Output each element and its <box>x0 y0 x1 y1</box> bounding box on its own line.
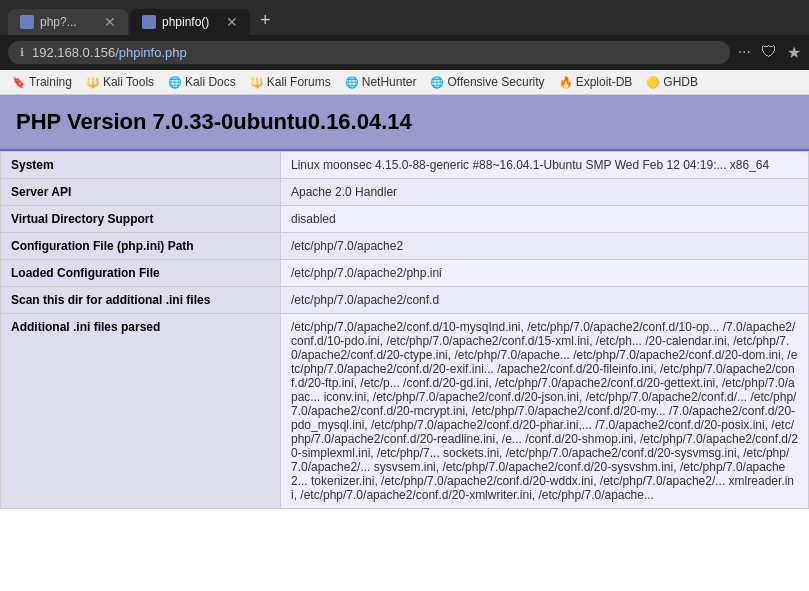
bookmark-icon-offensive-security: 🌐 <box>430 76 444 89</box>
browser-chrome: php?... ✕ phpinfo() ✕ + <box>0 0 809 35</box>
php-header: PHP Version 7.0.33-0ubuntu0.16.04.14 <box>0 95 809 151</box>
table-row: Server APIApache 2.0 Handler <box>1 179 809 206</box>
bookmark-label-nethunter: NetHunter <box>362 75 417 89</box>
php-info-table: SystemLinux moonsec 4.15.0-88-generic #8… <box>0 151 809 509</box>
php-version-title: PHP Version 7.0.33-0ubuntu0.16.04.14 <box>16 109 793 135</box>
bookmark-label-kali-tools: Kali Tools <box>103 75 154 89</box>
bookmark-icon-kali-tools: 🔱 <box>86 76 100 89</box>
table-cell-value: /etc/php/7.0/apache2/conf.d <box>281 287 809 314</box>
bookmark-label-ghdb: GHDB <box>663 75 698 89</box>
tabs-row: php?... ✕ phpinfo() ✕ + <box>8 6 801 35</box>
table-row: Scan this dir for additional .ini files/… <box>1 287 809 314</box>
table-cell-key: Virtual Directory Support <box>1 206 281 233</box>
browser-toolbar-icons: ··· 🛡 ★ <box>738 43 801 62</box>
bookmark-icon-kali-docs: 🌐 <box>168 76 182 89</box>
table-row: Configuration File (php.ini) Path/etc/ph… <box>1 233 809 260</box>
address-bar-input[interactable]: ℹ 192.168.0.156/phpinfo.php <box>8 41 730 64</box>
tab-inactive[interactable]: php?... ✕ <box>8 9 128 35</box>
table-cell-value: /etc/php/7.0/apache2/php.ini <box>281 260 809 287</box>
page-content: PHP Version 7.0.33-0ubuntu0.16.04.14 Sys… <box>0 95 809 509</box>
table-row: Virtual Directory Supportdisabled <box>1 206 809 233</box>
tab-title-active: phpinfo() <box>162 15 220 29</box>
shield-icon[interactable]: 🛡 <box>761 43 777 62</box>
bookmark-label-offensive-security: Offensive Security <box>447 75 544 89</box>
table-cell-key: Configuration File (php.ini) Path <box>1 233 281 260</box>
table-row: Additional .ini files parsed/etc/php/7.0… <box>1 314 809 509</box>
url-path: /phpinfo.php <box>115 45 187 60</box>
tab-active[interactable]: phpinfo() ✕ <box>130 9 250 35</box>
bookmark-star-icon[interactable]: ★ <box>787 43 801 62</box>
address-bar: ℹ 192.168.0.156/phpinfo.php ··· 🛡 ★ <box>0 35 809 70</box>
bookmark-icon-kali-forums: 🔱 <box>250 76 264 89</box>
bookmark-icon-training: 🔖 <box>12 76 26 89</box>
tab-close-active[interactable]: ✕ <box>226 15 238 29</box>
bookmarks-bar: 🔖 Training 🔱 Kali Tools 🌐 Kali Docs 🔱 Ka… <box>0 70 809 95</box>
table-cell-value: Linux moonsec 4.15.0-88-generic #88~16.0… <box>281 152 809 179</box>
table-cell-key: System <box>1 152 281 179</box>
table-cell-value: Apache 2.0 Handler <box>281 179 809 206</box>
bookmark-icon-exploit-db: 🔥 <box>559 76 573 89</box>
tab-favicon <box>20 15 34 29</box>
table-cell-key: Scan this dir for additional .ini files <box>1 287 281 314</box>
table-cell-key: Loaded Configuration File <box>1 260 281 287</box>
bookmark-kali-tools[interactable]: 🔱 Kali Tools <box>80 73 160 91</box>
tab-close-inactive[interactable]: ✕ <box>104 15 116 29</box>
bookmark-training[interactable]: 🔖 Training <box>6 73 78 91</box>
table-cell-value: disabled <box>281 206 809 233</box>
new-tab-button[interactable]: + <box>252 6 279 35</box>
bookmark-label-kali-docs: Kali Docs <box>185 75 236 89</box>
bookmark-label-training: Training <box>29 75 72 89</box>
bookmark-nethunter[interactable]: 🌐 NetHunter <box>339 73 423 91</box>
url-display: 192.168.0.156/phpinfo.php <box>32 45 718 60</box>
table-cell-value: /etc/php/7.0/apache2 <box>281 233 809 260</box>
tab-favicon-active <box>142 15 156 29</box>
lock-icon: ℹ <box>20 46 24 59</box>
bookmark-kali-docs[interactable]: 🌐 Kali Docs <box>162 73 242 91</box>
bookmark-label-exploit-db: Exploit-DB <box>576 75 633 89</box>
table-cell-key: Additional .ini files parsed <box>1 314 281 509</box>
bookmark-ghdb[interactable]: 🟡 GHDB <box>640 73 704 91</box>
table-row: Loaded Configuration File/etc/php/7.0/ap… <box>1 260 809 287</box>
table-cell-key: Server API <box>1 179 281 206</box>
bookmark-icon-nethunter: 🌐 <box>345 76 359 89</box>
bookmark-exploit-db[interactable]: 🔥 Exploit-DB <box>553 73 639 91</box>
url-host: 192.168.0.156 <box>32 45 115 60</box>
tab-title-inactive: php?... <box>40 15 98 29</box>
table-row: SystemLinux moonsec 4.15.0-88-generic #8… <box>1 152 809 179</box>
bookmark-icon-ghdb: 🟡 <box>646 76 660 89</box>
table-cell-value: /etc/php/7.0/apache2/conf.d/10-mysqInd.i… <box>281 314 809 509</box>
bookmark-kali-forums[interactable]: 🔱 Kali Forums <box>244 73 337 91</box>
more-options-icon[interactable]: ··· <box>738 43 751 62</box>
bookmark-offensive-security[interactable]: 🌐 Offensive Security <box>424 73 550 91</box>
bookmark-label-kali-forums: Kali Forums <box>267 75 331 89</box>
